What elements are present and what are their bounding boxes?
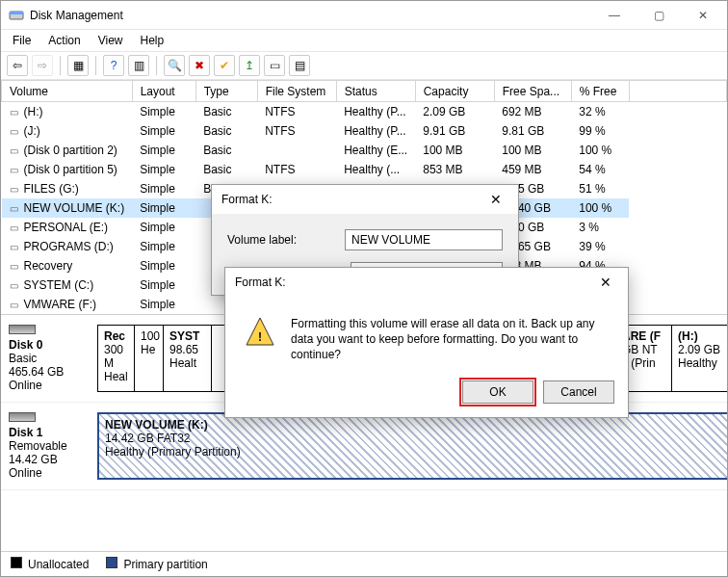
disk-icon: [9, 325, 36, 334]
legend: Unallocated Primary partition: [1, 551, 727, 576]
volume-label-label: Volume label:: [227, 233, 327, 247]
table-row[interactable]: (H:)SimpleBasicNTFSHealthy (P...2.09 GB6…: [2, 102, 727, 122]
warning-icon: !: [245, 316, 275, 347]
confirm-message: Formatting this volume will erase all da…: [291, 316, 609, 363]
back-button[interactable]: ⇦: [7, 55, 28, 76]
column-header[interactable]: Status: [336, 81, 415, 102]
confirm-dialog: Format K: ✕ ! Formatting this volume wil…: [224, 267, 629, 418]
confirm-dialog-title: Format K:: [235, 275, 589, 289]
menu-view[interactable]: View: [91, 31, 131, 50]
forward-button[interactable]: ⇨: [32, 55, 53, 76]
partition[interactable]: (H:)2.09 GBHealthy: [672, 326, 727, 391]
close-button[interactable]: ✕: [681, 2, 725, 29]
table-row[interactable]: (Disk 0 partition 2)SimpleBasicHealthy (…: [2, 141, 727, 160]
rescan-icon[interactable]: 🔍: [164, 55, 185, 76]
disk-icon: [9, 412, 36, 422]
partition[interactable]: SYST98.65Healt: [164, 326, 212, 391]
show-hide-icon[interactable]: ▦: [67, 55, 89, 76]
column-header[interactable]: Capacity: [415, 81, 494, 102]
menu-file[interactable]: File: [5, 31, 39, 50]
column-header[interactable]: Layout: [132, 81, 195, 102]
table-row[interactable]: (Disk 0 partition 5)SimpleBasicNTFSHealt…: [2, 160, 727, 179]
up-icon[interactable]: ↥: [239, 55, 260, 76]
refresh-icon[interactable]: ▥: [128, 55, 149, 76]
ok-button[interactable]: OK: [462, 380, 533, 404]
menu-bar: File Action View Help: [1, 30, 727, 51]
column-header[interactable]: Type: [195, 81, 257, 102]
svg-text:!: !: [258, 330, 262, 344]
title-bar: Disk Management — ▢ ✕: [1, 1, 727, 30]
app-icon: [9, 8, 24, 23]
format-dialog-title: Format K:: [221, 193, 480, 206]
ok-check-icon[interactable]: ✔: [214, 55, 235, 76]
window-title: Disk Management: [30, 9, 592, 22]
column-header[interactable]: Free Spa...: [494, 81, 571, 102]
table-row[interactable]: (J:)SimpleBasicNTFSHealthy (P...9.91 GB9…: [2, 121, 727, 141]
svg-rect-1: [10, 12, 23, 14]
menu-help[interactable]: Help: [133, 31, 172, 50]
cancel-button[interactable]: Cancel: [543, 380, 614, 404]
legend-unallocated: Unallocated: [11, 557, 89, 571]
confirm-dialog-titlebar[interactable]: Format K: ✕: [225, 268, 628, 297]
help-icon[interactable]: ?: [103, 55, 124, 76]
list-icon[interactable]: ▤: [289, 55, 310, 76]
disk-info: Disk 0Basic465.64 GBOnline: [9, 325, 86, 392]
partition[interactable]: 100He: [135, 326, 164, 391]
partition-strip: NEW VOLUME (K:)14.42 GB FAT32Healthy (Pr…: [97, 412, 727, 480]
delete-icon[interactable]: ✖: [189, 55, 210, 76]
column-header[interactable]: File System: [257, 81, 336, 102]
minimize-button[interactable]: —: [592, 2, 637, 29]
properties-icon[interactable]: ▭: [264, 55, 285, 76]
confirm-dialog-close-icon[interactable]: ✕: [589, 271, 622, 294]
menu-action[interactable]: Action: [40, 31, 88, 50]
partition[interactable]: Rec300 MHeal: [98, 326, 135, 391]
legend-primary: Primary partition: [106, 557, 207, 571]
partition[interactable]: NEW VOLUME (K:)14.42 GB FAT32Healthy (Pr…: [99, 414, 696, 478]
format-dialog-close-icon[interactable]: ✕: [480, 188, 512, 211]
column-header[interactable]: Volume: [2, 81, 133, 102]
format-dialog-titlebar[interactable]: Format K: ✕: [212, 185, 518, 214]
volume-label-input[interactable]: [345, 229, 503, 250]
toolbar: ⇦ ⇨ ▦ ? ▥ 🔍 ✖ ✔ ↥ ▭ ▤: [1, 51, 727, 80]
disk-info: Disk 1Removable14.42 GBOnline: [9, 412, 86, 480]
maximize-button[interactable]: ▢: [637, 2, 681, 29]
column-header[interactable]: % Free: [571, 81, 629, 102]
